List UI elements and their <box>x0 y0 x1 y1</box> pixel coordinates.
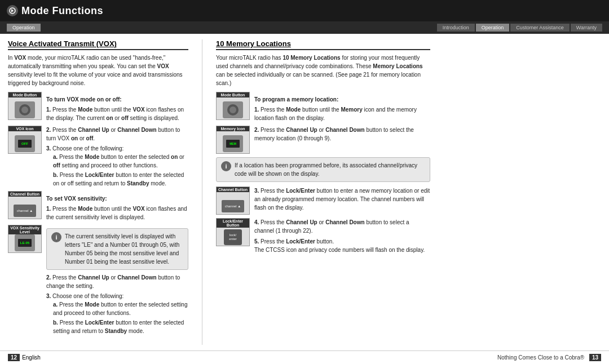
vox-sens-screen: LE-05 <box>18 239 32 247</box>
lockenter-label: Lock/Enter Button <box>217 219 249 228</box>
vox-sens-sub-b: b. Press the Lock/Enter button to enter … <box>53 318 188 335</box>
vox-sens-step-3: 3. Choose one of the following: <box>46 292 188 300</box>
memory-info-box: i If a location has been programmed befo… <box>216 157 430 182</box>
memory-channel-group: Channel Button channel ▲ 3. Press the Lo… <box>216 187 430 215</box>
memory-icon-device: MEM <box>223 135 243 152</box>
memory-step4-5-text: 4. Press the Channel Up or Channel Down … <box>254 218 430 254</box>
vox-step2-text: 2. Press the Channel Up or Channel Down … <box>46 126 188 188</box>
header-title: Mode Functions <box>21 5 103 17</box>
vox-icon-group: VOX Icon OFF 2. Press the Channel Up or … <box>8 126 188 188</box>
vox-sens-img: VOX Sensitivity Level LE-05 <box>8 225 42 253</box>
vox-info-text: The current sensitivity level is display… <box>65 232 183 266</box>
vox-sensitivity-label: To set VOX sensitivity: <box>46 194 188 203</box>
memory-mode-content <box>217 101 249 118</box>
mode-button-content-1 <box>8 101 41 118</box>
memory-step-1: 1. Press the Mode button until the Memor… <box>254 105 430 122</box>
memory-subsection-label: To program a memory location: <box>254 95 430 104</box>
header: Mode Functions <box>0 0 609 21</box>
vox-icon-img: VOX Icon OFF <box>8 126 42 154</box>
vox-sens-sub-steps: a. Press the Mode button to enter the se… <box>53 300 188 335</box>
footer-tagline: Nothing Comes Close to a Cobra® <box>497 354 584 361</box>
footer-page-left: 12 <box>8 354 20 361</box>
footer-page-right: 13 <box>589 354 601 361</box>
vox-icon-label: VOX Icon <box>8 126 41 131</box>
nav-tab-warranty[interactable]: Warranty <box>571 24 602 32</box>
vox-sens-step-2: 2. Press the Channel Up or Channel Down … <box>46 273 188 290</box>
lockenter-group: Lock/Enter Button lock/enter 4. Press th… <box>216 218 430 254</box>
memory-step-3: 3. Press the Lock/Enter button to enter … <box>254 187 430 212</box>
memory-info-text: If a location has been programmed before… <box>235 161 425 178</box>
vox-onoff-steps: To turn VOX mode on or off: 1. Press the… <box>46 92 188 122</box>
right-column: 10 Memory Locations Your microTALK radio… <box>216 39 430 345</box>
lockenter-content: lock/enter <box>217 227 249 245</box>
memory-step2-text: 2. Press the Channel Up or Channel Down … <box>254 126 430 143</box>
left-intro: In VOX mode, your microTALK radio can be… <box>8 54 188 87</box>
vox-sens-sub-a: a. Press the Mode button to enter the se… <box>53 300 188 317</box>
vox-sub-a: a. Press the Mode button to enter the se… <box>53 153 188 170</box>
info-icon-1: i <box>51 232 61 242</box>
col-divider <box>202 39 202 345</box>
memory-step-5: 5. Press the Lock/Enter button.The CTCSS… <box>254 237 430 254</box>
vox-onoff-label: To turn VOX mode on or off: <box>46 95 188 104</box>
vox-sens-label: VOX Sensitivity Level <box>8 225 41 234</box>
memory-icon-content: MEM <box>217 135 249 152</box>
vox-sens-step-1: 1. Press the Mode button until the VOX i… <box>46 205 188 221</box>
memory-step-2: 2. Press the Channel Up or Channel Down … <box>254 126 430 143</box>
channel-button-img: Channel Button channel ▲ <box>8 191 42 219</box>
left-section-title: Voice Activated Transmit (VOX) <box>8 39 188 50</box>
vox-device-body: OFF <box>15 135 35 152</box>
device-body-1 <box>15 101 35 118</box>
memory-icon-label: Memory Icon <box>217 126 249 131</box>
channel-button-group: Channel Button channel ▲ To set VOX sens… <box>8 191 188 221</box>
footer-left: 12 English <box>8 354 41 361</box>
memory-mode-group: Mode Button To program a memory location… <box>216 92 430 122</box>
memory-screen: MEM <box>226 140 240 148</box>
mode-button-img-1: Mode Button <box>8 92 42 120</box>
nav-bar: Operation Introduction Operation Custome… <box>0 21 609 34</box>
memory-icon-group: Memory Icon MEM 2. Press the Channel Up … <box>216 126 430 154</box>
memory-steps-1: To program a memory location: 1. Press t… <box>254 92 430 122</box>
vox-info-box: i The current sensitivity level is displ… <box>46 228 188 270</box>
footer-right: Nothing Comes Close to a Cobra® 13 <box>497 354 601 361</box>
vox-sens-content: LE-05 <box>8 234 41 251</box>
vox-step-1: 1. Press the Mode button until the VOX i… <box>46 105 188 122</box>
nav-tab-operation-left[interactable]: Operation <box>7 24 41 32</box>
channel-button-content: channel ▲ <box>8 201 41 217</box>
memory-mode-label: Mode Button <box>217 92 249 97</box>
memory-mode-img: Mode Button <box>216 92 250 120</box>
lockenter-img: Lock/Enter Button lock/enter <box>216 218 250 246</box>
vox-sens-device: LE-05 <box>15 234 35 251</box>
memory-step3-text: 3. Press the Lock/Enter button to enter … <box>254 187 430 212</box>
memory-mode-device <box>223 101 243 118</box>
right-intro: Your microTALK radio has 10 Memory Locat… <box>216 54 430 87</box>
vox-icon-content: OFF <box>8 135 41 152</box>
memory-channel-content: channel ▲ <box>217 197 249 212</box>
vox-sensitivity-intro: To set VOX sensitivity: 1. Press the Mod… <box>46 191 188 221</box>
channel-button-label: Channel Button <box>8 192 41 197</box>
footer-lang: English <box>22 354 41 361</box>
info-icon-2: i <box>221 161 231 171</box>
nav-tab-operation-right[interactable]: Operation <box>476 24 510 32</box>
vox-sub-b: b. Press the Lock/Enter button to enter … <box>53 171 188 188</box>
footer: 12 English Nothing Comes Close to a Cobr… <box>0 350 609 364</box>
vox-sub-steps: a. Press the Mode button to enter the se… <box>53 153 188 188</box>
vox-onoff-group: Mode Button To turn VOX mode on or off: … <box>8 92 188 122</box>
memory-channel-img: Channel Button channel ▲ <box>216 187 250 215</box>
nav-tabs-right: Introduction Operation Customer Assistan… <box>437 24 602 32</box>
vox-step-2: 2. Press the Channel Up or Channel Down … <box>46 126 188 143</box>
main-content: Voice Activated Transmit (VOX) In VOX mo… <box>0 34 609 350</box>
header-icon <box>7 5 18 16</box>
vox-info-and-steps: i The current sensitivity level is displ… <box>46 225 188 335</box>
memory-channel-label: Channel Button <box>217 187 249 192</box>
memory-icon-img: Memory Icon MEM <box>216 126 250 154</box>
vox-step-3: 3. Choose one of the following: <box>46 144 188 153</box>
vox-sensitivity-group: VOX Sensitivity Level LE-05 i The curren… <box>8 225 188 335</box>
memory-step-4: 4. Press the Channel Up or Channel Down … <box>254 218 430 235</box>
nav-tab-introduction[interactable]: Introduction <box>437 24 475 32</box>
page-wrapper: Mode Functions Operation Introduction Op… <box>0 0 609 364</box>
vox-screen: OFF <box>18 140 32 148</box>
right-section-title: 10 Memory Locations <box>216 39 430 50</box>
left-column: Voice Activated Transmit (VOX) In VOX mo… <box>8 39 188 345</box>
mode-button-label-1: Mode Button <box>8 92 41 97</box>
nav-tab-customer[interactable]: Customer Assistance <box>510 24 570 32</box>
